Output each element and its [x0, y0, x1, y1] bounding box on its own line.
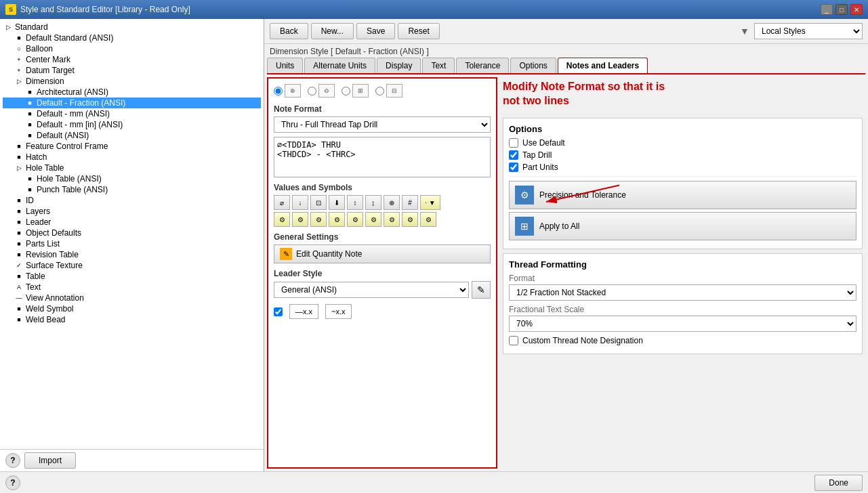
edit-quantity-note-button[interactable]: ✎ Edit Quantity Note: [274, 244, 491, 263]
tree-item[interactable]: ■Default - mm (ANSI): [3, 108, 261, 119]
done-button[interactable]: Done: [814, 475, 863, 491]
leader-preview-box-1[interactable]: —x.x: [289, 304, 318, 319]
close-button[interactable]: ✕: [850, 4, 863, 15]
apply-to-all-button[interactable]: ⊞ Apply to All: [509, 212, 856, 240]
tree-item[interactable]: ■Punch Table (ANSI): [3, 184, 261, 195]
sym-colored-5[interactable]: ⚙: [347, 212, 363, 227]
tree-item[interactable]: ■Feature Control Frame: [3, 141, 261, 152]
leader-edit-button[interactable]: ✎: [472, 281, 491, 299]
precision-tolerance-button[interactable]: ⚙ Precision and Tolerance: [509, 181, 856, 209]
values-symbols-label: Values and Symbols: [274, 183, 491, 192]
tree-item[interactable]: ■Default (ANSI): [3, 130, 261, 141]
sym-btn-2[interactable]: ↓: [292, 195, 308, 210]
sym-colored-8[interactable]: ⚙: [402, 212, 418, 227]
tree-item[interactable]: ■Weld Symbol: [3, 303, 261, 314]
sym-btn-1[interactable]: ⌀: [274, 195, 290, 210]
tab-display[interactable]: Display: [377, 58, 421, 73]
help-button[interactable]: ?: [5, 453, 20, 468]
sym-btn-6[interactable]: ↨: [365, 195, 381, 210]
sym-btn-7[interactable]: ⊕: [384, 195, 400, 210]
minimize-button[interactable]: _: [821, 4, 833, 15]
tree-item[interactable]: ▷Hole Table: [3, 163, 261, 173]
tree-item[interactable]: ■Architectural (ANSI): [3, 87, 261, 98]
part-units-checkbox[interactable]: [509, 163, 518, 172]
tree-item[interactable]: ■Object Defaults: [3, 228, 261, 238]
reset-button[interactable]: Reset: [398, 23, 439, 39]
custom-thread-checkbox[interactable]: [509, 336, 518, 345]
sym-colored-2[interactable]: ⚙: [292, 212, 308, 227]
tree-item[interactable]: ■Hatch: [3, 152, 261, 163]
radio-option-1[interactable]: ⊕: [274, 84, 301, 98]
import-button[interactable]: Import: [24, 452, 76, 469]
sym-btn-5[interactable]: ↕: [347, 195, 363, 210]
radio-option-4[interactable]: ⊟: [375, 84, 402, 98]
maximize-button[interactable]: □: [835, 4, 848, 15]
fractional-scale-dropdown[interactable]: 70%75%80%85%90%: [509, 316, 856, 332]
tab-tolerance[interactable]: Tolerance: [456, 58, 509, 73]
radio-option-2[interactable]: ⊖: [308, 84, 335, 98]
tree-item[interactable]: ■Table: [3, 271, 261, 282]
sym-colored-1[interactable]: ⚙: [274, 212, 290, 227]
sym-colored-7[interactable]: ⚙: [384, 212, 400, 227]
tree-item[interactable]: ▷Dimension: [3, 76, 261, 87]
use-default-checkbox[interactable]: [509, 138, 518, 148]
tab-alternate-units[interactable]: Alternate Units: [304, 58, 375, 73]
radio-2[interactable]: [308, 87, 316, 95]
tree-item[interactable]: +Datum Target: [3, 65, 261, 76]
sym-colored-9[interactable]: ⚙: [420, 212, 436, 227]
tree-item-label: ID: [26, 196, 34, 205]
tap-drill-checkbox[interactable]: [509, 150, 518, 160]
tree-item[interactable]: AText: [3, 282, 261, 293]
note-content-textarea[interactable]: ⌀<TDDIA> THRU <THDCD> - <THRC>: [274, 137, 491, 177]
tree-item[interactable]: ■Parts List: [3, 238, 261, 249]
leader-checkbox[interactable]: [274, 307, 283, 316]
title-bar-left: S Style and Standard Editor [Library - R…: [5, 4, 190, 15]
tree-item[interactable]: ■Revision Table: [3, 249, 261, 260]
tree-item[interactable]: —View Annotation: [3, 293, 261, 303]
sym-btn-wide[interactable]: · ▼: [420, 195, 440, 210]
tree-item[interactable]: ■ID: [3, 195, 261, 206]
tree-item-icon: ■: [14, 207, 24, 216]
sym-btn-3[interactable]: ⊡: [310, 195, 327, 210]
tree-item[interactable]: ■Default - Fraction (ANSI): [3, 98, 261, 108]
radio-4[interactable]: [375, 87, 384, 95]
format-dropdown[interactable]: 1/2 Fraction Not Stacked1/2 Fraction Sta…: [509, 284, 856, 301]
radio-option-3[interactable]: ⊞: [342, 84, 369, 98]
save-button[interactable]: Save: [356, 23, 395, 39]
sidebar-bottom: ? Import: [0, 449, 264, 471]
tree-item[interactable]: ■Weld Bead: [3, 314, 261, 325]
tree-item-icon: +: [14, 55, 24, 64]
radio-3[interactable]: [342, 87, 350, 95]
sym-btn-4[interactable]: ⬇: [329, 195, 345, 210]
note-format-dropdown[interactable]: Thru - Full Thread Tap DrillThru - Full …: [274, 116, 491, 133]
sym-colored-6[interactable]: ⚙: [365, 212, 381, 227]
tree-item[interactable]: ■Leader: [3, 217, 261, 228]
tree-item[interactable]: ■Default Standard (ANSI): [3, 33, 261, 43]
tree-item[interactable]: ■Default - mm [in] (ANSI): [3, 119, 261, 130]
sym-btn-8[interactable]: #: [402, 195, 418, 210]
sym-colored-3[interactable]: ⚙: [310, 212, 327, 227]
tabs-area: UnitsAlternate UnitsDisplayTextTolerance…: [264, 58, 868, 471]
new-button[interactable]: New...: [311, 23, 354, 39]
radio-1[interactable]: [274, 87, 283, 95]
tab-text[interactable]: Text: [422, 58, 455, 73]
tree-item[interactable]: ✓Surface Texture: [3, 260, 261, 271]
tab-units[interactable]: Units: [267, 58, 303, 73]
back-button[interactable]: Back: [270, 23, 308, 39]
leader-preview: —x.x ~x.x: [274, 304, 491, 319]
tree-item[interactable]: ■Hole Table (ANSI): [3, 173, 261, 184]
title-bar-controls: _ □ ✕: [821, 4, 863, 15]
tab-options[interactable]: Options: [510, 58, 556, 73]
leader-style-dropdown[interactable]: General (ANSI)Spline Leader (ANSI): [274, 282, 469, 298]
tree-item[interactable]: ○Balloon: [3, 43, 261, 54]
tree-item-icon: ■: [24, 120, 35, 129]
leader-preview-box-2[interactable]: ~x.x: [325, 304, 351, 319]
bottom-help-button[interactable]: ?: [5, 475, 20, 490]
tree-item[interactable]: ▷Standard: [3, 22, 261, 33]
tab-notes-and-leaders[interactable]: Notes and Leaders: [558, 58, 648, 73]
tree-item[interactable]: +Center Mark: [3, 54, 261, 65]
tree-item[interactable]: ■Layers: [3, 206, 261, 217]
sym-colored-4[interactable]: ⚙: [329, 212, 345, 227]
tree-item-label: Hole Table: [26, 163, 64, 173]
local-styles-dropdown[interactable]: Local StylesAll Styles: [754, 23, 863, 39]
